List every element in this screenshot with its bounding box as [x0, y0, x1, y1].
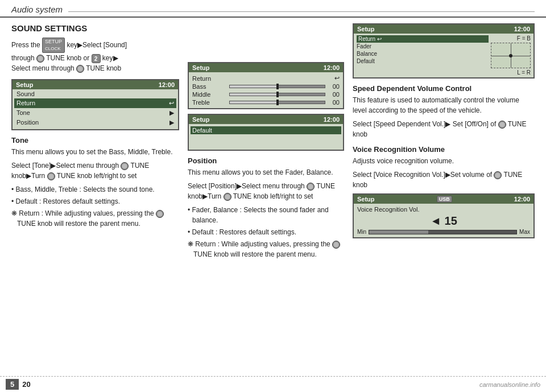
position-screen-time: 12:00 [514, 26, 530, 32]
page-footer: 5 20 carmanualsonline.info [0, 376, 546, 392]
position-note: ❋ Return : While adjusting values, press… [188, 239, 344, 259]
section-number: 5 [6, 379, 19, 390]
header-title: Audio system [11, 5, 63, 14]
tone-screen-body: Return ↩ Bass 00 Middle 00 Treble 00 [189, 72, 343, 108]
tone-return-arrow: ↩ [334, 75, 340, 82]
tune-knob9 [498, 121, 506, 129]
fader-balance-area: F = B L = R [491, 35, 531, 76]
pos-fader-item: Fader [357, 43, 489, 50]
page-header: Audio system [0, 0, 546, 18]
voice-screen-header: Setup USB 12:00 [354, 195, 533, 204]
voice-vol-display: ◄ 15 [357, 214, 530, 228]
voice-recognition-title: Voice Recognition Volume [353, 145, 535, 154]
tone-screen-label: Setup [192, 64, 210, 71]
voice-vol-bar [369, 230, 517, 234]
sound-screen-time: 12:00 [159, 81, 175, 88]
fb-label-f: F = B [517, 35, 531, 42]
tune-knob-icon2 [76, 65, 84, 73]
sound-screen-label: Setup [16, 81, 34, 88]
middle-label: Middle [192, 91, 226, 98]
speed-dependent-body: This feature is used to automatically co… [353, 95, 535, 115]
tone-body: This menu allows you to set the Bass, Mi… [11, 147, 179, 157]
vol-min-label: Min [357, 229, 366, 235]
tone-return-row: Return ↩ [192, 74, 340, 82]
treble-label: Treble [192, 99, 226, 106]
tone-screen: Setup 12:00 Return ↩ Bass 00 Middle 00 [188, 62, 344, 109]
sound-screen-header: Setup 12:00 [13, 80, 178, 89]
right-column: Setup 12:00 Return ↩ Fader Balance Defau… [353, 23, 535, 261]
intro-text: Press the SETUPCLOCK key▶Select [Sound] … [11, 38, 179, 73]
pos-return-item: Return ↩ [357, 35, 489, 43]
tone-screen-time: 12:00 [324, 64, 340, 71]
tune-knob6 [307, 183, 315, 191]
voice-screen-body: Voice Recognition Vol. ◄ 15 Min Max [354, 204, 533, 237]
tune-knob3 [121, 162, 129, 170]
sound-screen-body: Sound Return↩ Tone▶ Position▶ [13, 89, 178, 129]
voice-vol-arrow: ◄ [430, 214, 441, 227]
tune-knob10 [494, 171, 502, 179]
default-row: Default [191, 126, 341, 134]
position-bullet2: • Default : Restores default settings. [192, 227, 344, 237]
sound-settings-title: SOUND SETTINGS [11, 23, 179, 33]
header-line [68, 11, 535, 12]
tune-knob7 [224, 193, 231, 201]
position-title: Position [188, 156, 344, 165]
main-content: SOUND SETTINGS Press the SETUPCLOCK key▶… [0, 18, 546, 267]
tone-bullet2: • Default : Restores default settings. [16, 196, 179, 207]
footer-logo: carmanualsonline.info [479, 381, 540, 388]
voice-recognition-screen: Setup USB 12:00 Voice Recognition Vol. ◄… [353, 193, 535, 238]
default-screen-body: Default [189, 124, 343, 150]
fb-labels: F = B [517, 35, 531, 42]
tone-bullet1: • Bass, Middle, Treble : Selects the sou… [16, 184, 179, 195]
middle-value: 00 [328, 91, 340, 98]
middle-column: Setup 12:00 Return ↩ Bass 00 Middle 00 [188, 23, 353, 261]
middle-row: Middle 00 [192, 90, 340, 98]
tune-knob5 [156, 210, 164, 218]
tune-knob4 [47, 172, 55, 180]
position-screen-label: Setup [357, 26, 375, 32]
pos-balance-item: Balance [357, 50, 489, 57]
position-screen-body: Return ↩ Fader Balance Default F = B L =… [354, 34, 533, 77]
treble-row: Treble 00 [192, 98, 340, 106]
voice-recognition-body: Adjusts voice recognition volume. [353, 156, 535, 166]
fb-dot [509, 54, 512, 57]
voice-screen-label: Setup [357, 196, 375, 203]
menu-item-return: Return↩ [14, 98, 176, 108]
page-number: 20 [22, 380, 30, 389]
num2-key: 2 [92, 54, 101, 63]
tone-return-label: Return [192, 75, 226, 82]
speed-dependent-instruction: Select [Speed Dependent Vol.]▶ Set [Off/… [353, 119, 535, 139]
fb-label-l: L = R [517, 69, 531, 76]
voice-vol-value: 15 [445, 214, 457, 227]
voice-recognition-instruction: Select [Voice Recognition Vol.]▶Set volu… [353, 170, 535, 190]
tone-instruction: Select [Tone]▶Select menu through TUNE k… [11, 160, 179, 181]
tone-screen-header: Setup 12:00 [189, 63, 343, 72]
tone-note: ❋ Return : While adjusting values, press… [11, 208, 179, 229]
treble-slider [229, 101, 325, 104]
tone-title: Tone [11, 136, 179, 145]
default-screen: Setup 12:00 Default [188, 114, 344, 151]
speed-dependent-title: Speed Dependent Volume Control [353, 84, 535, 93]
position-screen: Setup 12:00 Return ↩ Fader Balance Defau… [353, 23, 535, 79]
position-bullet1: • Fader, Balance : Selects the sound fad… [192, 205, 344, 225]
menu-item-sound: Sound [14, 89, 176, 98]
menu-item-tone: Tone▶ [14, 108, 176, 118]
middle-slider [229, 93, 325, 96]
position-labels: Return ↩ Fader Balance Default [357, 35, 489, 76]
tune-knob-icon [36, 55, 44, 63]
usb-badge: USB [437, 196, 452, 203]
left-column: SOUND SETTINGS Press the SETUPCLOCK key▶… [11, 23, 188, 261]
bass-row: Bass 00 [192, 82, 340, 90]
voice-vol-label: Voice Recognition Vol. [357, 206, 530, 213]
default-screen-time: 12:00 [324, 116, 340, 123]
position-instruction: Select [Position]▶Select menu through TU… [188, 181, 344, 201]
voice-vol-bar-container: Min Max [357, 229, 530, 235]
position-body: This menu allows you to set the Fader, B… [188, 167, 344, 178]
default-label: Default [192, 127, 212, 134]
sound-menu-screen: Setup 12:00 Sound Return↩ Tone▶ Position… [11, 79, 179, 130]
bass-slider [229, 85, 325, 88]
pos-default-item: Default [357, 57, 489, 65]
position-screen-header: Setup 12:00 [354, 24, 533, 34]
bass-value: 00 [328, 83, 340, 90]
setup-key: SETUPCLOCK [42, 38, 65, 53]
